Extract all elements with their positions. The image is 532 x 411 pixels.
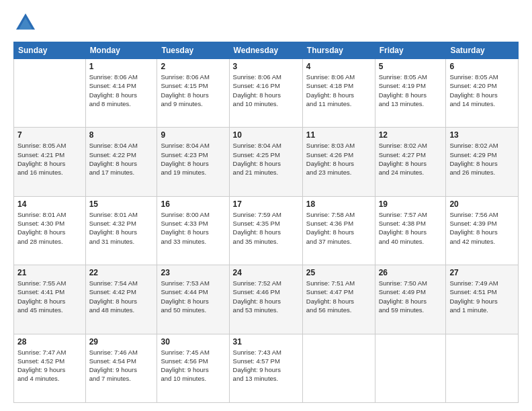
calendar-cell: 27Sunrise: 7:49 AM Sunset: 4:51 PM Dayli… bbox=[446, 265, 519, 334]
day-number: 30 bbox=[161, 337, 225, 347]
day-number: 26 bbox=[379, 268, 443, 277]
day-info: Sunrise: 8:05 AM Sunset: 4:19 PM Dayligh… bbox=[379, 73, 443, 108]
calendar-cell: 14Sunrise: 8:01 AM Sunset: 4:30 PM Dayli… bbox=[14, 196, 86, 265]
day-info: Sunrise: 7:46 AM Sunset: 4:54 PM Dayligh… bbox=[89, 348, 154, 383]
day-number: 2 bbox=[161, 62, 225, 71]
calendar-cell: 18Sunrise: 7:58 AM Sunset: 4:36 PM Dayli… bbox=[302, 196, 375, 265]
day-number: 29 bbox=[89, 337, 154, 347]
day-number: 31 bbox=[233, 337, 299, 347]
calendar-week-row: 21Sunrise: 7:55 AM Sunset: 4:41 PM Dayli… bbox=[14, 265, 519, 334]
day-number: 12 bbox=[379, 130, 443, 140]
day-number: 11 bbox=[306, 130, 371, 140]
day-number: 17 bbox=[233, 199, 299, 209]
calendar-cell: 2Sunrise: 8:06 AM Sunset: 4:15 PM Daylig… bbox=[157, 59, 229, 128]
calendar-cell: 11Sunrise: 8:03 AM Sunset: 4:26 PM Dayli… bbox=[302, 128, 375, 196]
day-info: Sunrise: 7:51 AM Sunset: 4:47 PM Dayligh… bbox=[306, 279, 371, 314]
day-info: Sunrise: 7:50 AM Sunset: 4:49 PM Dayligh… bbox=[379, 279, 443, 314]
day-info: Sunrise: 8:04 AM Sunset: 4:22 PM Dayligh… bbox=[89, 141, 154, 177]
day-info: Sunrise: 8:06 AM Sunset: 4:16 PM Dayligh… bbox=[233, 73, 299, 108]
weekday-header-row: SundayMondayTuesdayWednesdayThursdayFrid… bbox=[14, 42, 519, 59]
calendar-cell: 22Sunrise: 7:54 AM Sunset: 4:42 PM Dayli… bbox=[85, 265, 157, 334]
day-number: 20 bbox=[449, 199, 515, 209]
calendar-cell: 1Sunrise: 8:06 AM Sunset: 4:14 PM Daylig… bbox=[85, 59, 157, 128]
day-number: 13 bbox=[449, 130, 515, 140]
day-number: 16 bbox=[161, 199, 225, 209]
calendar-week-row: 14Sunrise: 8:01 AM Sunset: 4:30 PM Dayli… bbox=[14, 196, 519, 265]
calendar-week-row: 7Sunrise: 8:05 AM Sunset: 4:21 PM Daylig… bbox=[14, 128, 519, 196]
day-number: 9 bbox=[161, 130, 225, 140]
logo bbox=[13, 11, 40, 35]
logo-icon bbox=[13, 11, 38, 35]
calendar-week-row: 28Sunrise: 7:47 AM Sunset: 4:52 PM Dayli… bbox=[14, 334, 519, 402]
day-info: Sunrise: 8:06 AM Sunset: 4:18 PM Dayligh… bbox=[306, 73, 371, 108]
day-number: 14 bbox=[17, 199, 82, 209]
calendar-week-row: 1Sunrise: 8:06 AM Sunset: 4:14 PM Daylig… bbox=[14, 59, 519, 128]
calendar-cell: 6Sunrise: 8:05 AM Sunset: 4:20 PM Daylig… bbox=[446, 59, 519, 128]
calendar-cell: 16Sunrise: 8:00 AM Sunset: 4:33 PM Dayli… bbox=[157, 196, 229, 265]
weekday-header-tuesday: Tuesday bbox=[157, 42, 229, 59]
calendar-cell: 21Sunrise: 7:55 AM Sunset: 4:41 PM Dayli… bbox=[14, 265, 86, 334]
day-info: Sunrise: 8:05 AM Sunset: 4:20 PM Dayligh… bbox=[449, 73, 515, 108]
day-number: 3 bbox=[233, 62, 299, 71]
day-number: 6 bbox=[449, 62, 515, 71]
day-number: 7 bbox=[17, 130, 82, 140]
calendar-cell: 26Sunrise: 7:50 AM Sunset: 4:49 PM Dayli… bbox=[375, 265, 446, 334]
day-number: 28 bbox=[17, 337, 82, 347]
weekday-header-saturday: Saturday bbox=[446, 42, 519, 59]
day-info: Sunrise: 7:57 AM Sunset: 4:38 PM Dayligh… bbox=[379, 210, 443, 246]
day-number: 1 bbox=[89, 62, 154, 71]
weekday-header-thursday: Thursday bbox=[302, 42, 375, 59]
day-info: Sunrise: 7:58 AM Sunset: 4:36 PM Dayligh… bbox=[306, 210, 371, 246]
day-info: Sunrise: 8:06 AM Sunset: 4:14 PM Dayligh… bbox=[89, 73, 154, 108]
calendar-cell: 8Sunrise: 8:04 AM Sunset: 4:22 PM Daylig… bbox=[85, 128, 157, 196]
day-number: 24 bbox=[233, 268, 299, 277]
calendar-cell: 7Sunrise: 8:05 AM Sunset: 4:21 PM Daylig… bbox=[14, 128, 86, 196]
header bbox=[13, 11, 519, 35]
calendar-table: SundayMondayTuesdayWednesdayThursdayFrid… bbox=[13, 42, 519, 403]
day-number: 8 bbox=[89, 130, 154, 140]
day-number: 22 bbox=[89, 268, 154, 277]
day-info: Sunrise: 7:54 AM Sunset: 4:42 PM Dayligh… bbox=[89, 279, 154, 314]
day-info: Sunrise: 8:01 AM Sunset: 4:30 PM Dayligh… bbox=[17, 210, 82, 246]
calendar-cell: 20Sunrise: 7:56 AM Sunset: 4:39 PM Dayli… bbox=[446, 196, 519, 265]
calendar-cell bbox=[446, 334, 519, 402]
calendar-cell: 23Sunrise: 7:53 AM Sunset: 4:44 PM Dayli… bbox=[157, 265, 229, 334]
day-number: 10 bbox=[233, 130, 299, 140]
day-info: Sunrise: 8:02 AM Sunset: 4:27 PM Dayligh… bbox=[379, 141, 443, 177]
calendar-cell: 13Sunrise: 8:02 AM Sunset: 4:29 PM Dayli… bbox=[446, 128, 519, 196]
calendar-cell: 4Sunrise: 8:06 AM Sunset: 4:18 PM Daylig… bbox=[302, 59, 375, 128]
day-number: 23 bbox=[161, 268, 225, 277]
calendar-cell: 15Sunrise: 8:01 AM Sunset: 4:32 PM Dayli… bbox=[85, 196, 157, 265]
calendar-cell bbox=[14, 59, 86, 128]
day-info: Sunrise: 7:47 AM Sunset: 4:52 PM Dayligh… bbox=[17, 348, 82, 383]
day-info: Sunrise: 7:49 AM Sunset: 4:51 PM Dayligh… bbox=[449, 279, 515, 314]
calendar-cell: 25Sunrise: 7:51 AM Sunset: 4:47 PM Dayli… bbox=[302, 265, 375, 334]
day-info: Sunrise: 7:59 AM Sunset: 4:35 PM Dayligh… bbox=[233, 210, 299, 246]
calendar-cell: 28Sunrise: 7:47 AM Sunset: 4:52 PM Dayli… bbox=[14, 334, 86, 402]
calendar-cell: 9Sunrise: 8:04 AM Sunset: 4:23 PM Daylig… bbox=[157, 128, 229, 196]
day-number: 19 bbox=[379, 199, 443, 209]
day-info: Sunrise: 8:03 AM Sunset: 4:26 PM Dayligh… bbox=[306, 141, 371, 177]
day-info: Sunrise: 8:04 AM Sunset: 4:25 PM Dayligh… bbox=[233, 141, 299, 177]
day-info: Sunrise: 8:04 AM Sunset: 4:23 PM Dayligh… bbox=[161, 141, 225, 177]
calendar-cell: 30Sunrise: 7:45 AM Sunset: 4:56 PM Dayli… bbox=[157, 334, 229, 402]
calendar-cell: 29Sunrise: 7:46 AM Sunset: 4:54 PM Dayli… bbox=[85, 334, 157, 402]
day-info: Sunrise: 8:05 AM Sunset: 4:21 PM Dayligh… bbox=[17, 141, 82, 177]
weekday-header-wednesday: Wednesday bbox=[229, 42, 302, 59]
day-number: 27 bbox=[449, 268, 515, 277]
calendar-cell: 10Sunrise: 8:04 AM Sunset: 4:25 PM Dayli… bbox=[229, 128, 302, 196]
day-info: Sunrise: 7:43 AM Sunset: 4:57 PM Dayligh… bbox=[233, 348, 299, 383]
day-info: Sunrise: 7:53 AM Sunset: 4:44 PM Dayligh… bbox=[161, 279, 225, 314]
day-info: Sunrise: 7:52 AM Sunset: 4:46 PM Dayligh… bbox=[233, 279, 299, 314]
calendar-cell: 12Sunrise: 8:02 AM Sunset: 4:27 PM Dayli… bbox=[375, 128, 446, 196]
calendar-cell: 17Sunrise: 7:59 AM Sunset: 4:35 PM Dayli… bbox=[229, 196, 302, 265]
calendar-cell bbox=[375, 334, 446, 402]
day-info: Sunrise: 8:00 AM Sunset: 4:33 PM Dayligh… bbox=[161, 210, 225, 246]
day-info: Sunrise: 7:55 AM Sunset: 4:41 PM Dayligh… bbox=[17, 279, 82, 314]
day-number: 5 bbox=[379, 62, 443, 71]
day-number: 21 bbox=[17, 268, 82, 277]
calendar-cell: 31Sunrise: 7:43 AM Sunset: 4:57 PM Dayli… bbox=[229, 334, 302, 402]
day-info: Sunrise: 7:45 AM Sunset: 4:56 PM Dayligh… bbox=[161, 348, 225, 383]
day-info: Sunrise: 8:02 AM Sunset: 4:29 PM Dayligh… bbox=[449, 141, 515, 177]
calendar-cell: 19Sunrise: 7:57 AM Sunset: 4:38 PM Dayli… bbox=[375, 196, 446, 265]
